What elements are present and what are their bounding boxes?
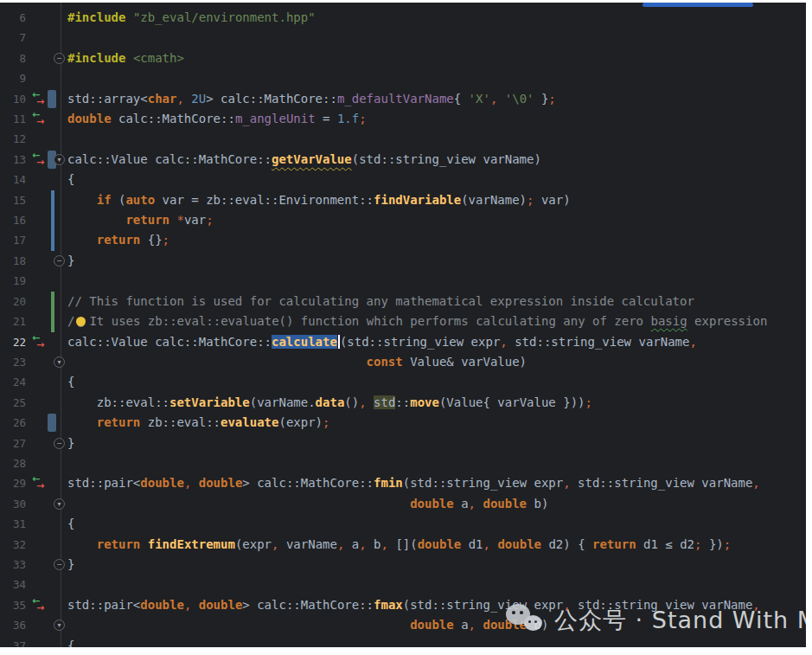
code-text[interactable]: const Value& varValue) [67, 352, 527, 372]
nav-arrows-icon[interactable]: ←→ [32, 92, 49, 107]
fold-marker[interactable]: ▾ [54, 356, 65, 368]
code-line[interactable]: 10←→std::array<char, 2U> calc::MathCore:… [0, 89, 806, 109]
line-number[interactable]: 10 [0, 89, 26, 109]
code-line[interactable]: 21/It uses zb::eval::evaluate() function… [0, 311, 806, 331]
code-line[interactable]: 23▾ const Value& varValue) [0, 352, 806, 372]
code-line[interactable]: 12 [0, 129, 806, 149]
line-number[interactable]: 26 [0, 413, 26, 433]
code-text[interactable]: } [67, 555, 74, 575]
code-line[interactable]: 27−} [0, 433, 806, 453]
code-line[interactable]: 29←→std::pair<double, double> calc::Math… [0, 473, 806, 493]
line-number[interactable]: 25 [0, 393, 26, 413]
code-text[interactable]: return findExtremum(expr, varName, a, b,… [67, 535, 731, 555]
line-number[interactable]: 8 [0, 48, 26, 68]
code-line[interactable]: 34 [0, 575, 806, 594]
code-line[interactable]: 9 [0, 68, 806, 88]
code-line[interactable]: 15 if (auto var = zb::eval::Environment:… [0, 190, 806, 210]
line-number[interactable]: 13 [0, 150, 26, 170]
line-number[interactable]: 16 [0, 210, 26, 230]
line-number[interactable]: 33 [0, 555, 26, 575]
code-line[interactable]: 32 return findExtremum(expr, varName, a,… [0, 535, 806, 555]
nav-arrows-icon[interactable]: ←→ [32, 152, 49, 168]
line-number[interactable]: 12 [0, 129, 26, 149]
fold-marker[interactable]: − [54, 53, 65, 64]
code-line[interactable]: 11←→double calc::MathCore::m_angleUnit =… [0, 109, 806, 129]
line-number[interactable]: 20 [0, 292, 26, 311]
code-line[interactable]: 26 return zb::eval::evaluate(expr); [0, 413, 806, 433]
code-text[interactable]: return {}; [67, 230, 169, 250]
code-line[interactable]: 24{ [0, 372, 806, 392]
line-number[interactable]: 37 [0, 636, 26, 647]
code-text[interactable]: std::pair<double, double> calc::MathCore… [67, 473, 760, 493]
code-text[interactable]: if (auto var = zb::eval::Environment::fi… [67, 190, 571, 210]
line-number[interactable]: 31 [0, 514, 26, 534]
code-text[interactable]: std::array<char, 2U> calc::MathCore::m_d… [67, 89, 556, 109]
code-text[interactable]: zb::eval::setVariable(varName.data(), st… [67, 393, 592, 413]
line-number[interactable]: 19 [0, 271, 26, 291]
line-number[interactable]: 18 [0, 251, 26, 271]
line-number[interactable]: 17 [0, 230, 26, 250]
line-number[interactable]: 23 [0, 352, 26, 372]
code-text[interactable]: { [67, 514, 74, 534]
code-text[interactable]: #include "zb_eval/environment.hpp" [67, 8, 316, 28]
nav-arrows-icon[interactable]: ←→ [32, 112, 49, 127]
code-text[interactable]: double a, double b) [67, 494, 548, 514]
code-line[interactable]: 28 [0, 453, 806, 473]
code-text[interactable]: calc::Value calc::MathCore::calculate(st… [67, 332, 697, 352]
nav-arrows-icon[interactable]: ←→ [32, 598, 49, 613]
code-text[interactable]: double calc::MathCore::m_angleUnit = 1.f… [67, 109, 367, 129]
code-line[interactable]: 7 [0, 28, 806, 48]
line-number[interactable]: 36 [0, 615, 26, 635]
code-line[interactable]: 20// This function is used for calculati… [0, 292, 806, 311]
code-line[interactable]: 25 zb::eval::setVariable(varName.data(),… [0, 393, 806, 413]
fold-marker[interactable]: − [54, 559, 65, 570]
fold-marker[interactable]: ▾ [54, 498, 65, 510]
line-number[interactable]: 6 [0, 8, 26, 28]
line-number[interactable]: 32 [0, 535, 26, 555]
code-text[interactable]: calc::Value calc::MathCore::getVarValue(… [67, 150, 541, 170]
nav-arrows-icon[interactable]: ←→ [32, 476, 49, 491]
fold-marker[interactable]: − [54, 255, 65, 266]
code-line[interactable]: 6#include "zb_eval/environment.hpp" [0, 8, 806, 28]
nav-arrows-icon[interactable]: ←→ [32, 335, 49, 350]
code-text[interactable]: /It uses zb::eval::evaluate() function w… [67, 311, 767, 331]
fold-marker[interactable]: ▾ [54, 620, 65, 631]
code-text[interactable]: return zb::eval::evaluate(expr); [67, 413, 329, 433]
code-text[interactable]: } [67, 251, 74, 271]
code-text[interactable]: // This function is used for calculating… [67, 292, 694, 311]
line-number[interactable]: 21 [0, 311, 26, 331]
line-number[interactable]: 9 [0, 68, 26, 88]
line-number[interactable]: 15 [0, 190, 26, 210]
code-line[interactable]: 18−} [0, 251, 806, 271]
line-number[interactable]: 14 [0, 170, 26, 189]
code-text[interactable]: { [67, 636, 74, 647]
line-number[interactable]: 27 [0, 433, 26, 453]
fold-marker[interactable]: − [54, 438, 65, 449]
line-number[interactable]: 35 [0, 595, 26, 615]
line-number[interactable]: 28 [0, 453, 26, 473]
line-number[interactable]: 34 [0, 575, 26, 594]
code-text[interactable]: double a, double b) [67, 615, 548, 635]
code-text[interactable]: #include <cmath> [67, 48, 184, 68]
code-line[interactable]: 8−#include <cmath> [0, 48, 806, 68]
code-line[interactable]: 13←→▾calc::Value calc::MathCore::getVarV… [0, 150, 806, 170]
code-line[interactable]: 22←→calc::Value calc::MathCore::calculat… [0, 332, 806, 352]
line-number[interactable]: 24 [0, 372, 26, 392]
code-editor[interactable]: 6#include "zb_eval/environment.hpp"78−#i… [0, 3, 806, 647]
fold-marker[interactable]: ▾ [54, 154, 65, 165]
intention-bulb-icon[interactable] [76, 317, 86, 326]
code-line[interactable]: 33−} [0, 555, 806, 575]
line-number[interactable]: 30 [0, 494, 26, 514]
code-line[interactable]: 31{ [0, 514, 806, 534]
code-text[interactable]: } [67, 433, 74, 453]
code-line[interactable]: 14{ [0, 170, 806, 189]
code-line[interactable]: 30▾ double a, double b) [0, 494, 806, 514]
code-text[interactable]: return *var; [67, 210, 214, 230]
code-line[interactable]: 19 [0, 271, 806, 291]
code-text[interactable]: { [67, 372, 74, 392]
code-line[interactable]: 16 return *var; [0, 210, 806, 230]
line-number[interactable]: 29 [0, 473, 26, 493]
top-scrollbar-thumb[interactable] [643, 3, 753, 7]
line-number[interactable]: 11 [0, 109, 26, 129]
line-number[interactable]: 7 [0, 28, 26, 48]
